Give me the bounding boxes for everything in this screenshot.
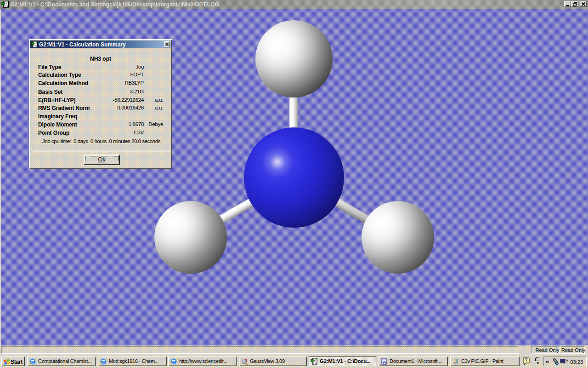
svg-text:?: ?	[525, 357, 528, 363]
svg-text:W: W	[382, 360, 387, 365]
